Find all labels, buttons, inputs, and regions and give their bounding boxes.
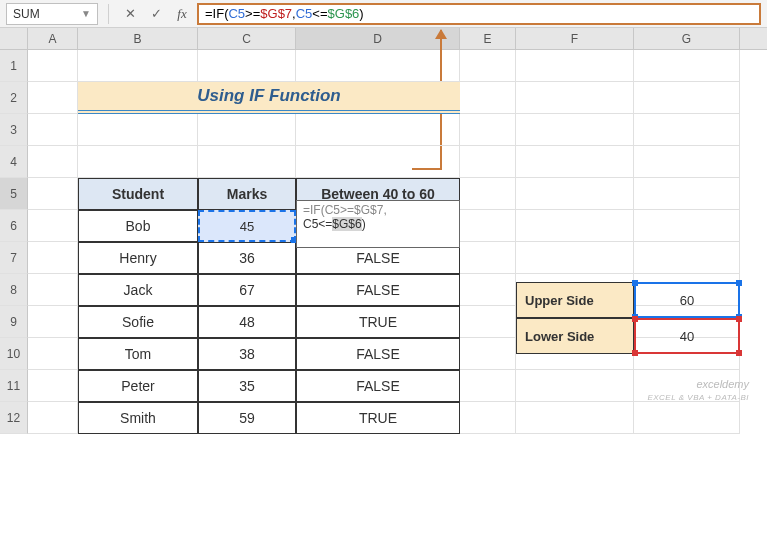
table-row: Tom38FALSE xyxy=(78,338,460,370)
cell[interactable] xyxy=(460,306,516,338)
between-cell[interactable]: FALSE xyxy=(296,370,460,402)
student-cell[interactable]: Smith xyxy=(78,402,198,434)
between-cell[interactable]: TRUE xyxy=(296,306,460,338)
cell[interactable] xyxy=(460,370,516,402)
cell[interactable] xyxy=(28,338,78,370)
row-header[interactable]: 11 xyxy=(0,370,28,402)
row-header[interactable]: 10 xyxy=(0,338,28,370)
cell[interactable] xyxy=(78,50,198,82)
formula-bar-row: SUM ▼ ✕ ✓ fx =IF( C5 >= $G$7 , C5 <= $G$… xyxy=(0,0,767,28)
cell[interactable] xyxy=(634,242,740,274)
cell[interactable] xyxy=(28,210,78,242)
student-cell[interactable]: Jack xyxy=(78,274,198,306)
row-header[interactable]: 6 xyxy=(0,210,28,242)
formula-ref: $G$6 xyxy=(328,6,360,21)
row-header[interactable]: 1 xyxy=(0,50,28,82)
cell[interactable] xyxy=(516,178,634,210)
cell[interactable] xyxy=(460,50,516,82)
marks-cell[interactable]: 48 xyxy=(198,306,296,338)
marks-cell[interactable]: 36 xyxy=(198,242,296,274)
editing-cell-d5[interactable]: =IF(C5>=$G$7, C5<=$G$6) xyxy=(296,200,460,248)
cell[interactable] xyxy=(516,242,634,274)
cell[interactable] xyxy=(28,402,78,434)
row-header[interactable]: 8 xyxy=(0,274,28,306)
col-header-e[interactable]: E xyxy=(460,28,516,49)
cell[interactable] xyxy=(28,274,78,306)
cell[interactable] xyxy=(296,114,460,146)
cell[interactable] xyxy=(634,178,740,210)
cell[interactable] xyxy=(198,146,296,178)
between-cell[interactable]: FALSE xyxy=(296,274,460,306)
cell[interactable] xyxy=(460,114,516,146)
cell[interactable] xyxy=(28,82,78,114)
cell[interactable] xyxy=(634,82,740,114)
cell[interactable] xyxy=(28,178,78,210)
row-header[interactable]: 12 xyxy=(0,402,28,434)
cell[interactable] xyxy=(634,146,740,178)
cell[interactable] xyxy=(516,146,634,178)
cell[interactable] xyxy=(28,370,78,402)
cell[interactable] xyxy=(634,114,740,146)
cell[interactable] xyxy=(516,210,634,242)
cell[interactable] xyxy=(78,114,198,146)
cell[interactable] xyxy=(296,50,460,82)
select-all-corner[interactable] xyxy=(0,28,28,49)
cell[interactable] xyxy=(78,146,198,178)
cell[interactable] xyxy=(460,242,516,274)
cell[interactable] xyxy=(296,146,460,178)
cell[interactable] xyxy=(28,114,78,146)
cell[interactable] xyxy=(28,50,78,82)
cell[interactable] xyxy=(198,50,296,82)
cell[interactable] xyxy=(516,370,634,402)
marks-cell[interactable]: 67 xyxy=(198,274,296,306)
col-header-g[interactable]: G xyxy=(634,28,740,49)
formula-input[interactable]: =IF( C5 >= $G$7 , C5 <= $G$6 ) xyxy=(197,3,761,25)
cell[interactable] xyxy=(516,50,634,82)
cell[interactable] xyxy=(460,178,516,210)
name-box[interactable]: SUM ▼ xyxy=(6,3,98,25)
cell[interactable] xyxy=(516,114,634,146)
col-header-c[interactable]: C xyxy=(198,28,296,49)
cell[interactable] xyxy=(28,146,78,178)
marks-cell[interactable]: 38 xyxy=(198,338,296,370)
cancel-icon[interactable]: ✕ xyxy=(119,3,141,25)
student-cell[interactable]: Peter xyxy=(78,370,198,402)
student-cell[interactable]: Tom xyxy=(78,338,198,370)
student-cell[interactable]: Sofie xyxy=(78,306,198,338)
lower-side-value-cell[interactable]: 40 xyxy=(634,318,740,354)
cell[interactable] xyxy=(634,210,740,242)
col-header-b[interactable]: B xyxy=(78,28,198,49)
cell[interactable] xyxy=(460,338,516,370)
row-header[interactable]: 7 xyxy=(0,242,28,274)
student-cell[interactable]: Bob xyxy=(78,210,198,242)
cell[interactable] xyxy=(634,50,740,82)
upper-side-value-cell[interactable]: 60 xyxy=(634,282,740,318)
marks-cell[interactable]: 35 xyxy=(198,370,296,402)
selected-cell-c5[interactable]: 45 xyxy=(198,210,296,242)
cell[interactable] xyxy=(460,402,516,434)
between-cell[interactable]: FALSE xyxy=(296,338,460,370)
cell[interactable] xyxy=(28,242,78,274)
row-header[interactable]: 3 xyxy=(0,114,28,146)
cell[interactable] xyxy=(460,210,516,242)
cell[interactable] xyxy=(516,402,634,434)
cell[interactable] xyxy=(634,402,740,434)
col-header-a[interactable]: A xyxy=(28,28,78,49)
cell[interactable] xyxy=(460,82,516,114)
enter-icon[interactable]: ✓ xyxy=(145,3,167,25)
fx-icon[interactable]: fx xyxy=(171,3,193,25)
marks-cell[interactable]: 59 xyxy=(198,402,296,434)
row-header[interactable]: 5 xyxy=(0,178,28,210)
between-cell[interactable]: TRUE xyxy=(296,402,460,434)
cell[interactable] xyxy=(516,82,634,114)
row-header[interactable]: 4 xyxy=(0,146,28,178)
worksheet-grid[interactable]: 123456789101112 Using IF Function Studen… xyxy=(0,50,767,434)
cell[interactable] xyxy=(460,146,516,178)
col-header-f[interactable]: F xyxy=(516,28,634,49)
student-cell[interactable]: Henry xyxy=(78,242,198,274)
row-header[interactable]: 9 xyxy=(0,306,28,338)
row-header[interactable]: 2 xyxy=(0,82,28,114)
cell[interactable] xyxy=(28,306,78,338)
cell[interactable] xyxy=(198,114,296,146)
cell[interactable] xyxy=(460,274,516,306)
